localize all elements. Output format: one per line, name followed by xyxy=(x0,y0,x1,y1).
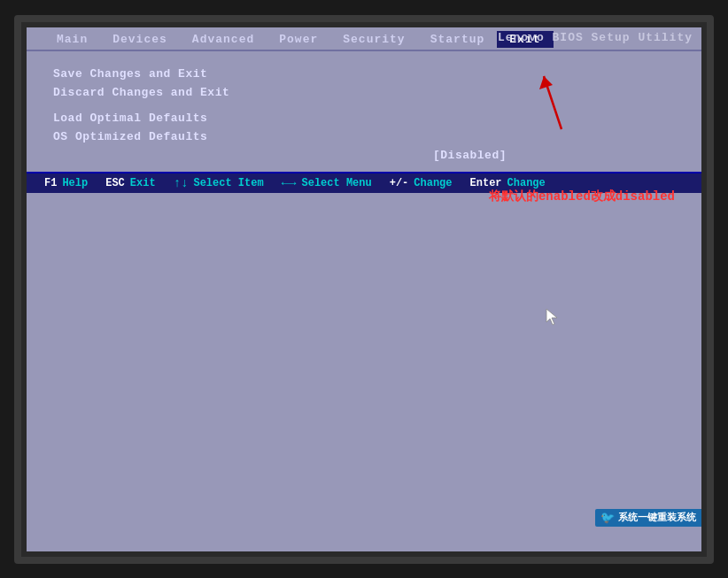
label-select-menu: Select Menu xyxy=(301,177,371,189)
os-optimized-defaults[interactable]: OS Optimized Defaults xyxy=(53,130,675,143)
label-change2: Change xyxy=(507,177,546,189)
menu-item-devices[interactable]: Devices xyxy=(100,31,180,48)
disabled-badge: [Disabled] xyxy=(433,149,507,162)
load-optimal-defaults[interactable]: Load Optimal Defaults xyxy=(53,112,675,125)
key-plusminus: +/- xyxy=(390,177,409,189)
status-leftright: ←→ Select Menu xyxy=(273,176,381,190)
key-f1: F1 xyxy=(44,177,57,189)
bios-screen: Lenovo BIOS Setup Utility Main Devices A… xyxy=(27,27,701,551)
twitter-icon: 🐦 xyxy=(600,511,615,525)
save-changes-exit[interactable]: Save Changes and Exit xyxy=(53,67,675,81)
key-esc: ESC xyxy=(105,177,125,189)
mouse-cursor xyxy=(546,308,560,326)
watermark-text: 系统一键重装系统 xyxy=(618,511,696,524)
exit-options-group1: Save Changes and Exit Discard Changes an… xyxy=(53,67,675,99)
status-plusminus: +/- Change xyxy=(381,177,461,189)
annotation-arrow xyxy=(535,67,570,138)
monitor-bezel: Lenovo BIOS Setup Utility Main Devices A… xyxy=(14,15,714,564)
watermark: 🐦 系统一键重装系统 xyxy=(595,509,701,527)
status-updown: ↑↓ Select Item xyxy=(165,176,273,190)
annotation-text: 将默认的enabled改成disabled xyxy=(489,189,675,204)
status-f1: F1 Help xyxy=(35,177,97,189)
menu-item-power[interactable]: Power xyxy=(267,31,330,48)
menu-item-startup[interactable]: Startup xyxy=(418,31,498,48)
key-enter: Enter xyxy=(470,177,502,189)
label-help: Help xyxy=(62,177,88,189)
key-updown: ↑↓ xyxy=(174,176,189,190)
svg-marker-1 xyxy=(539,76,553,89)
discard-changes-exit[interactable]: Discard Changes and Exit xyxy=(53,86,675,99)
key-leftright: ←→ xyxy=(282,176,297,190)
label-change1: Change xyxy=(414,177,452,189)
menu-item-security[interactable]: Security xyxy=(330,31,417,48)
status-esc: ESC Exit xyxy=(97,177,164,189)
label-select-item: Select Item xyxy=(193,177,263,189)
menu-items: Main Devices Advanced Power Security Sta… xyxy=(27,31,554,48)
exit-options-group2: Load Optimal Defaults OS Optimized Defau… xyxy=(53,112,675,143)
bios-title: Lenovo BIOS Setup Utility xyxy=(498,31,693,44)
label-exit: Exit xyxy=(130,177,156,189)
menu-bar: Lenovo BIOS Setup Utility Main Devices A… xyxy=(27,27,701,51)
svg-marker-2 xyxy=(546,309,557,325)
menu-item-main[interactable]: Main xyxy=(44,31,100,48)
menu-item-advanced[interactable]: Advanced xyxy=(180,31,267,48)
status-enter: Enter Change xyxy=(461,177,554,189)
content-area: Save Changes and Exit Discard Changes an… xyxy=(27,51,701,172)
